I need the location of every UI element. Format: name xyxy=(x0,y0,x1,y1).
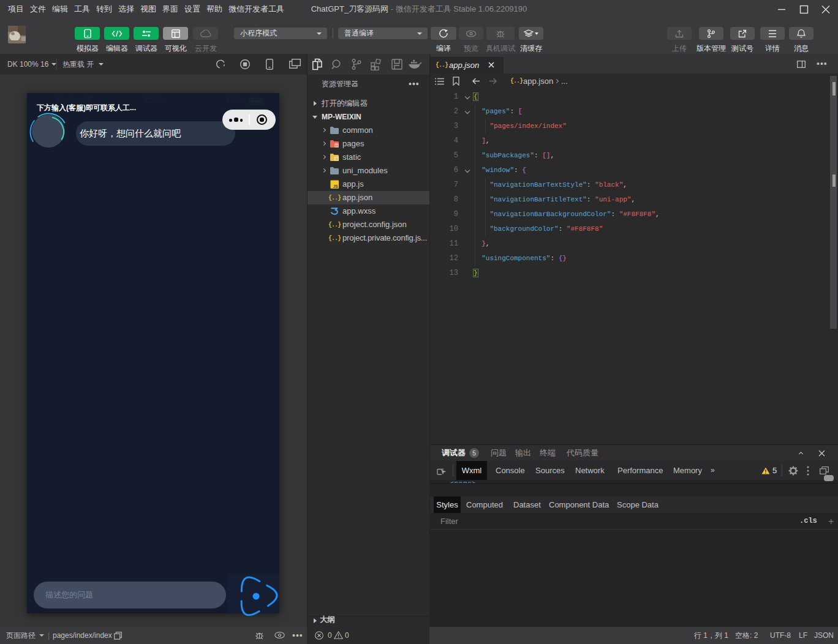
svg-text:<>: <> xyxy=(334,144,339,148)
svg-text:JS: JS xyxy=(333,184,339,189)
